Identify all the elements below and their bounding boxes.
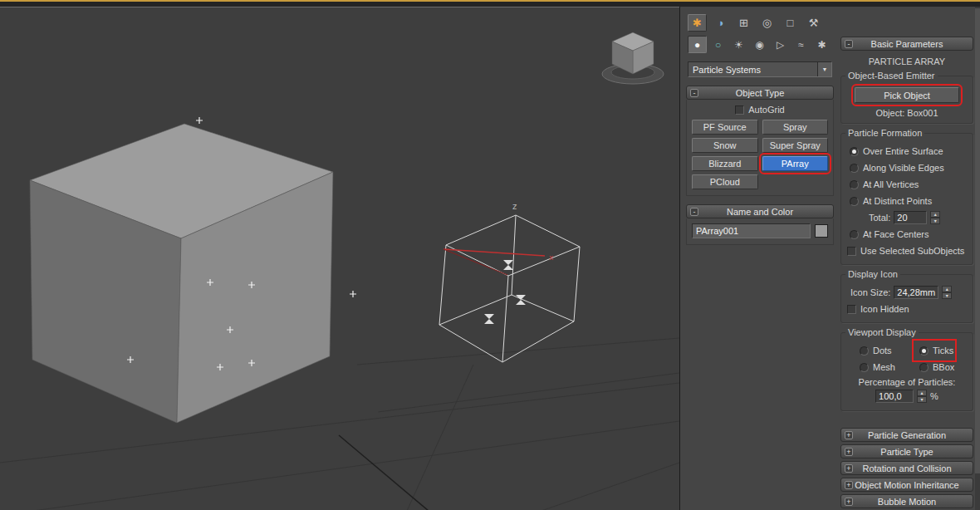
panel-scrollbar-thumb[interactable] <box>975 8 980 473</box>
radio-ticks[interactable]: Ticks <box>915 342 953 359</box>
expand-toggle-icon[interactable]: + <box>845 464 853 473</box>
particle-tick <box>350 291 356 297</box>
shapes-icon[interactable]: ○ <box>708 36 728 53</box>
rollout-rotation-and-collision[interactable]: + Rotation and Collision <box>840 461 973 475</box>
command-panel: ✱ ◑ ⊞ ◎ □ ⚒ ● ○ ☀ ◉ ▷ ≈ ✱ Particle Syste… <box>683 7 837 510</box>
percentage-spinner-field[interactable]: 100,0 <box>875 390 914 403</box>
viewport[interactable]: x z <box>0 7 679 510</box>
use-selected-subobjects-row[interactable]: Use Selected SubObjects <box>845 243 968 259</box>
rollout-title: Particle Type <box>880 447 933 457</box>
spinner-down-icon[interactable]: ▾ <box>942 292 952 299</box>
box001-mesh[interactable] <box>30 124 333 423</box>
pick-object-button[interactable]: Pick Object <box>855 87 959 103</box>
icon-hidden-checkbox[interactable] <box>847 305 856 314</box>
expand-toggle-icon[interactable]: + <box>845 431 853 439</box>
rollout-bubble-motion[interactable]: + Bubble Motion <box>840 494 973 508</box>
group-object-based-emitter: Object-Based Emitter Pick Object Object:… <box>840 76 973 124</box>
radio-label: Ticks <box>933 346 953 356</box>
rollout-name-and-color-body <box>686 218 834 245</box>
total-spinner-field[interactable]: 20 <box>894 211 927 224</box>
object-color-swatch[interactable] <box>815 224 828 238</box>
motion-tab-icon[interactable]: ◎ <box>757 14 777 32</box>
parray-button[interactable]: PArray <box>762 156 829 171</box>
axis-label-z: z <box>512 202 517 211</box>
icon-size-label: Icon Size: <box>850 287 890 297</box>
subcategory-dropdown[interactable]: Particle Systems ▼ <box>688 61 832 77</box>
pf-source-button[interactable]: PF Source <box>692 120 758 135</box>
viewcube[interactable] <box>602 32 664 84</box>
collapse-toggle-icon[interactable]: - <box>690 208 698 216</box>
axis-label-x: x <box>549 253 554 262</box>
grid-axis-line <box>339 435 429 510</box>
parray-icon-wireframe[interactable] <box>439 215 580 362</box>
object-name-input[interactable] <box>692 223 811 238</box>
autogrid-row[interactable]: AutoGrid <box>692 105 828 115</box>
spray-button[interactable]: Spray <box>762 120 829 135</box>
percentage-row: 100,0 ▴ ▾ % <box>845 387 968 405</box>
radio-mesh[interactable]: Mesh <box>855 359 895 375</box>
rollout-title: Object Motion Inheritance <box>855 480 958 490</box>
rollout-name-and-color: - Name and Color <box>686 204 834 245</box>
parray-axis-lines: x <box>443 249 554 275</box>
radio-label: Mesh <box>873 362 895 372</box>
icon-hidden-row[interactable]: Icon Hidden <box>845 301 968 317</box>
expand-toggle-icon[interactable]: + <box>845 481 853 489</box>
create-category-icons: ● ○ ☀ ◉ ▷ ≈ ✱ <box>683 34 837 56</box>
radio-label: Over Entire Surface <box>863 146 943 156</box>
blizzard-button[interactable]: Blizzard <box>692 156 758 171</box>
use-selected-subobjects-checkbox[interactable] <box>847 247 856 256</box>
rollout-basic-parameters-title: Basic Parameters <box>871 39 943 49</box>
radio-label: At Face Centers <box>863 229 929 239</box>
spinner-down-icon[interactable]: ▾ <box>917 396 927 403</box>
radio-at-face-centers[interactable]: At Face Centers <box>845 226 929 243</box>
radio-along-visible-edges[interactable]: Along Visible Edges <box>845 159 944 176</box>
collapse-toggle-icon[interactable]: - <box>845 40 853 48</box>
create-tab-icon[interactable]: ✱ <box>688 14 707 32</box>
radio-at-distinct-points[interactable]: At Distinct Points <box>845 193 932 209</box>
display-tab-icon[interactable]: □ <box>781 14 800 32</box>
rollout-particle-generation[interactable]: + Particle Generation <box>840 428 973 442</box>
autogrid-checkbox[interactable] <box>735 105 744 115</box>
panel-scrollbar[interactable] <box>975 7 980 510</box>
rollout-name-and-color-header[interactable]: - Name and Color <box>686 204 834 218</box>
expand-toggle-icon[interactable]: + <box>845 498 853 506</box>
radio-icon <box>860 346 869 356</box>
radio-dots[interactable]: Dots <box>855 342 892 359</box>
icon-size-spinner-field[interactable]: 24,28mm <box>894 286 938 299</box>
rollout-object-type-body: AutoGrid PF Source Spray Snow Super Spra… <box>686 100 834 196</box>
collapse-toggle-icon[interactable]: - <box>690 89 698 97</box>
snow-button[interactable]: Snow <box>692 138 758 153</box>
rollout-basic-parameters-header[interactable]: - Basic Parameters <box>840 37 973 51</box>
radio-at-all-vertices[interactable]: At All Vertices <box>845 176 919 193</box>
rollout-object-motion-inheritance[interactable]: + Object Motion Inheritance <box>840 478 973 492</box>
modify-tab-icon[interactable]: ◑ <box>711 14 730 32</box>
particle-array-label: PARTICLE ARRAY <box>839 56 975 66</box>
spinner-up-icon[interactable]: ▴ <box>942 286 952 292</box>
chevron-down-icon[interactable]: ▼ <box>817 62 831 76</box>
helpers-icon[interactable]: ▷ <box>771 36 790 53</box>
percentage-spinner: ▴ ▾ <box>917 390 927 403</box>
pcloud-button[interactable]: PCloud <box>692 174 758 189</box>
spinner-up-icon[interactable]: ▴ <box>917 390 927 396</box>
parray-icon-arrows <box>484 260 526 324</box>
utilities-tab-icon[interactable]: ⚒ <box>804 14 823 32</box>
systems-icon[interactable]: ✱ <box>812 36 831 53</box>
autogrid-label: AutoGrid <box>748 105 784 115</box>
viewport-canvas[interactable]: x z <box>0 7 679 510</box>
hierarchy-tab-icon[interactable]: ⊞ <box>734 14 753 32</box>
space-warps-icon[interactable]: ≈ <box>791 36 811 53</box>
viewport-display-options: Dots Ticks Mesh BBox <box>845 342 968 375</box>
radio-icon <box>850 180 859 189</box>
cameras-icon[interactable]: ◉ <box>750 36 769 53</box>
geometry-icon[interactable]: ● <box>688 36 707 53</box>
spinner-down-icon[interactable]: ▾ <box>930 218 940 224</box>
radio-over-entire-surface[interactable]: Over Entire Surface <box>845 143 943 159</box>
rollout-particle-type[interactable]: + Particle Type <box>840 444 973 459</box>
radio-bbox[interactable]: BBox <box>915 359 954 375</box>
lights-icon[interactable]: ☀ <box>729 36 748 53</box>
object-type-buttons: PF Source Spray Snow Super Spray Blizzar… <box>692 120 828 189</box>
rollout-object-type-header[interactable]: - Object Type <box>686 86 834 100</box>
super-spray-button[interactable]: Super Spray <box>762 138 829 153</box>
spinner-up-icon[interactable]: ▴ <box>930 211 940 218</box>
expand-toggle-icon[interactable]: + <box>845 448 853 456</box>
